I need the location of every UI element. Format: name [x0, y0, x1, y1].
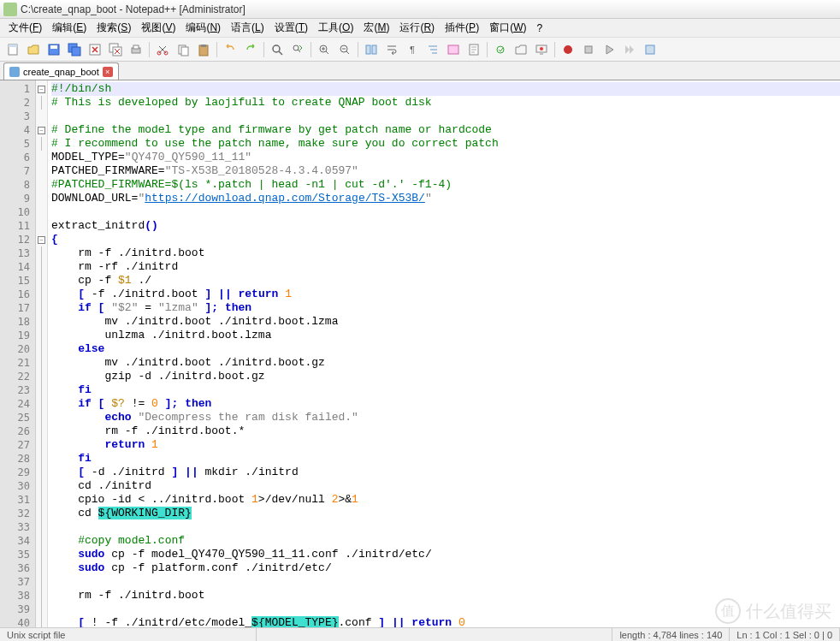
code-line[interactable]: MODEL_TYPE="QY470_QY590_11_11" — [51, 151, 840, 164]
code-line[interactable]: rm -f ./initrd.boot — [51, 589, 840, 602]
code-line[interactable]: rm -f ./initrd.boot.* — [51, 424, 840, 438]
code-line[interactable]: gzip -d ./initrd.boot.gz — [51, 370, 840, 383]
code-line[interactable] — [51, 575, 840, 589]
svg-point-17 — [273, 45, 280, 52]
new-file-button[interactable] — [3, 40, 22, 59]
code-line[interactable] — [51, 205, 840, 219]
code-line[interactable] — [51, 520, 840, 534]
fold-marker[interactable]: − — [36, 233, 47, 246]
stop-macro-button[interactable] — [579, 40, 598, 59]
play-macro-button[interactable] — [600, 40, 618, 59]
menu-插件[interactable]: 插件(P) — [440, 19, 484, 37]
status-filetype: Unix script file — [0, 628, 257, 641]
menu-设置[interactable]: 设置(T) — [269, 19, 313, 37]
close-button[interactable] — [86, 40, 104, 59]
code-line[interactable]: cd ./initrd — [51, 479, 840, 493]
svg-point-28 — [540, 47, 543, 50]
sync-scroll-button[interactable] — [362, 40, 381, 59]
tab-close-button[interactable]: × — [103, 67, 113, 77]
close-all-button[interactable] — [106, 40, 125, 59]
copy-button[interactable] — [174, 40, 192, 59]
save-button[interactable] — [44, 40, 63, 59]
file-tab[interactable]: create_qnap_boot × — [3, 62, 119, 80]
function-list-button[interactable] — [491, 40, 510, 59]
zoom-out-button[interactable] — [335, 40, 354, 59]
print-button[interactable] — [127, 40, 145, 59]
folder-button[interactable] — [512, 40, 530, 59]
fold-marker[interactable]: − — [36, 123, 47, 137]
code-line[interactable]: # I recommend to use the patch name, mak… — [51, 137, 840, 151]
editor[interactable]: 1234567891011121314151617181920212223242… — [0, 80, 840, 627]
menu-运行[interactable]: 运行(R) — [394, 19, 440, 37]
code-line[interactable]: unlzma ./initrd.boot.lzma — [51, 329, 840, 342]
code-line[interactable]: fi — [51, 383, 840, 397]
replace-button[interactable] — [288, 40, 307, 59]
code-line[interactable]: cpio -id < ../initrd.boot 1>/dev/null 2>… — [51, 493, 840, 507]
redo-button[interactable] — [241, 40, 260, 59]
window-title: C:\create_qnap_boot - Notepad++ [Adminis… — [21, 3, 245, 15]
code-line[interactable]: [ -d ./initrd ] || mkdir ./initrd — [51, 466, 840, 479]
code-line[interactable]: { — [51, 233, 840, 246]
menu-宏[interactable]: 宏(M) — [358, 19, 394, 37]
save-all-button[interactable] — [65, 40, 84, 59]
code-line[interactable]: if [ "$2" = "lzma" ]; then — [51, 301, 840, 315]
code-area[interactable]: #!/bin/sh# This is developed by laojiful… — [48, 80, 840, 627]
code-line[interactable]: # This is developed by laojifuli to crea… — [51, 96, 840, 110]
menu-?[interactable]: ? — [531, 21, 547, 36]
zoom-in-button[interactable] — [315, 40, 334, 59]
wrap-button[interactable] — [382, 40, 401, 59]
fold-marker — [36, 466, 47, 479]
fold-marker — [36, 96, 47, 110]
code-line[interactable]: #!/bin/sh — [51, 82, 840, 96]
line-number: 31 — [0, 493, 35, 507]
code-line[interactable]: rm -rf ./initrd — [51, 260, 840, 274]
fold-marker — [36, 192, 47, 205]
code-line[interactable]: if [ $? != 0 ]; then — [51, 397, 840, 411]
code-line[interactable]: else — [51, 342, 840, 356]
play-multi-button[interactable] — [620, 40, 639, 59]
code-line[interactable]: PATCHED_FIRMWARE="TS-X53B_20180528-4.3.4… — [51, 164, 840, 178]
code-line[interactable]: DOWNLOAD_URL="https://download.qnap.com/… — [51, 192, 840, 205]
code-line[interactable]: extract_initrd() — [51, 219, 840, 233]
code-line[interactable]: sudo cp -f platform.conf ./initrd/etc/ — [51, 561, 840, 575]
cut-button[interactable] — [153, 40, 172, 59]
code-line[interactable]: rm -f ./initrd.boot — [51, 246, 840, 260]
code-line[interactable]: mv ./initrd.boot ./initrd.boot.gz — [51, 356, 840, 370]
menu-编码[interactable]: 编码(N) — [180, 19, 226, 37]
code-line[interactable]: cd ${WORKING_DIR} — [51, 507, 840, 520]
menu-语言[interactable]: 语言(L) — [226, 19, 269, 37]
indent-guide-button[interactable] — [423, 40, 442, 59]
show-all-chars-button[interactable]: ¶ — [403, 40, 422, 59]
undo-button[interactable] — [221, 40, 240, 59]
monitor-button[interactable] — [532, 40, 551, 59]
find-button[interactable] — [268, 40, 287, 59]
doc-map-button[interactable] — [464, 40, 483, 59]
paste-button[interactable] — [194, 40, 213, 59]
menu-编辑[interactable]: 编辑(E) — [47, 19, 92, 37]
open-file-button[interactable] — [24, 40, 43, 59]
menu-文件[interactable]: 文件(F) — [3, 19, 47, 37]
code-line[interactable]: cp -f $1 ./ — [51, 274, 840, 288]
menu-搜索[interactable]: 搜索(S) — [92, 19, 136, 37]
fold-marker[interactable]: − — [36, 82, 47, 96]
code-line[interactable]: # Define the model type and firmware by … — [51, 123, 840, 137]
line-number: 19 — [0, 329, 35, 342]
lang-button[interactable] — [444, 40, 463, 59]
menu-工具[interactable]: 工具(O) — [313, 19, 358, 37]
code-line[interactable]: mv ./initrd.boot ./initrd.boot.lzma — [51, 315, 840, 329]
code-line[interactable]: [ ! -f ./initrd/etc/model_${MODEL_TYPE}.… — [51, 616, 840, 627]
fold-marker — [36, 589, 47, 602]
code-line[interactable]: return 1 — [51, 438, 840, 452]
code-line[interactable]: #copy model.conf — [51, 534, 840, 548]
menu-视图[interactable]: 视图(V) — [136, 19, 180, 37]
code-line[interactable] — [51, 602, 840, 616]
code-line[interactable] — [51, 110, 840, 123]
menu-窗口[interactable]: 窗口(W) — [484, 19, 531, 37]
save-macro-button[interactable] — [641, 40, 660, 59]
code-line[interactable]: [ -f ./initrd.boot ] || return 1 — [51, 288, 840, 301]
code-line[interactable]: echo "Decompress the ram disk failed." — [51, 411, 840, 424]
code-line[interactable]: sudo cp -f model_QY470_QY590_11_11.conf … — [51, 548, 840, 561]
code-line[interactable]: #PATCHED_FIRMWARE=$(ls *.patch | head -n… — [51, 178, 840, 192]
code-line[interactable]: fi — [51, 452, 840, 466]
record-macro-button[interactable] — [559, 40, 577, 59]
